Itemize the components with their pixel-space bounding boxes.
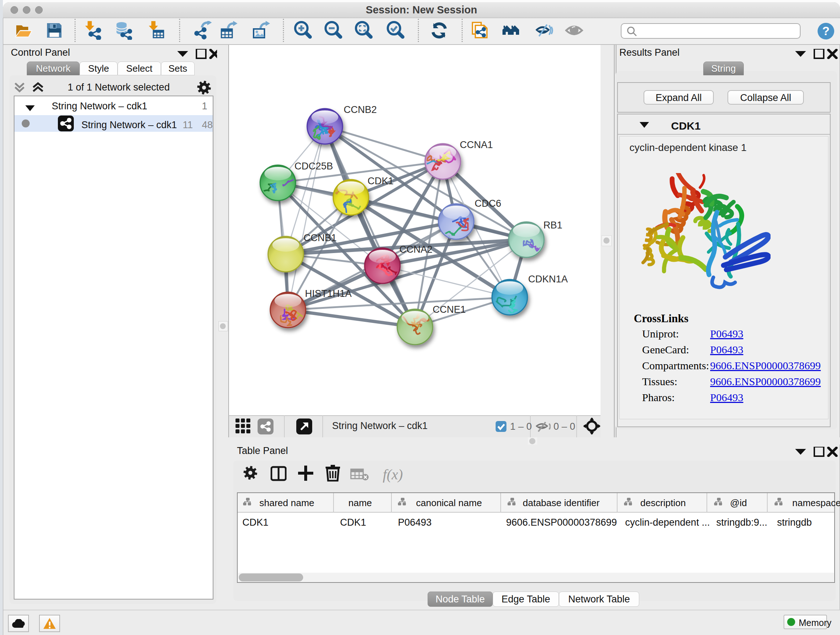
- svg-text:?: ?: [822, 24, 829, 38]
